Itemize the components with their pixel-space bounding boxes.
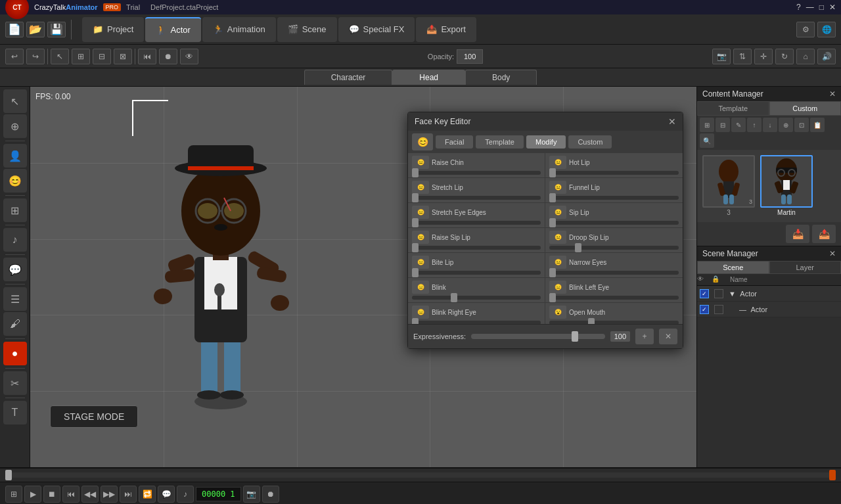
fke-handle-stretch-eye-edges[interactable] xyxy=(412,218,419,227)
close-button[interactable]: ✕ xyxy=(829,3,836,12)
tab-scene[interactable]: 🎬 Scene xyxy=(277,17,337,42)
fke-track-droop-sip-lip[interactable] xyxy=(549,246,679,250)
cm-tool-1[interactable]: ⊞ xyxy=(700,118,714,132)
rotate-button[interactable]: ↻ xyxy=(775,49,794,64)
camera-button[interactable]: 📷 xyxy=(712,49,731,64)
fke-tab-template[interactable]: Template xyxy=(476,135,524,149)
cm-thumb-1[interactable]: 3 xyxy=(702,155,755,208)
timeline-play-head[interactable] xyxy=(5,470,12,480)
fke-track-blink-left-eye[interactable] xyxy=(549,296,679,300)
sm-row-actor[interactable]: ✓ ▼ Actor xyxy=(697,286,841,302)
fke-tab-custom[interactable]: Custom xyxy=(568,135,612,149)
cm-tool-3[interactable]: ✎ xyxy=(731,118,746,132)
sm-eye-actor-child[interactable]: ✓ xyxy=(697,305,712,314)
cm-import-btn[interactable]: 📥 xyxy=(786,225,809,243)
sm-checkbox-actor[interactable]: ✓ xyxy=(700,289,709,298)
opacity-input[interactable] xyxy=(457,49,483,64)
fke-track-narrow-eyes[interactable] xyxy=(549,271,679,275)
tl-loop-btn[interactable]: 🔁 xyxy=(139,486,156,503)
cm-tool-4[interactable]: ↑ xyxy=(747,118,761,132)
fke-track-blink[interactable] xyxy=(412,296,541,300)
tl-record-btn[interactable]: ⏺ xyxy=(262,486,279,503)
select3-button[interactable]: ⊠ xyxy=(114,49,132,64)
sidebar-text-btn[interactable]: T xyxy=(3,401,27,424)
sm-checkbox-actor-child[interactable]: ✓ xyxy=(700,305,709,314)
subtab-character[interactable]: Character xyxy=(304,70,393,85)
save-button[interactable]: 💾 xyxy=(47,22,66,37)
sm-row-actor-child[interactable]: ✓ — Actor xyxy=(697,302,841,317)
record-button[interactable]: ⏺ xyxy=(159,49,177,64)
cm-thumb-martin[interactable] xyxy=(760,155,813,208)
fke-track-raise-sip-lip[interactable] xyxy=(412,246,541,250)
tab-project[interactable]: 📁 Project xyxy=(82,17,144,42)
audio-button[interactable]: 🔊 xyxy=(817,49,836,64)
minimize-button[interactable]: — xyxy=(806,3,814,12)
timeline-scrubber[interactable] xyxy=(0,469,841,482)
select-button[interactable]: ↖ xyxy=(51,49,69,64)
sidebar-grid-btn[interactable]: ⊞ xyxy=(3,198,27,222)
sidebar-chat-btn[interactable]: 💬 xyxy=(3,258,27,281)
new-button[interactable]: 📄 xyxy=(5,22,24,37)
sm-lock-actor[interactable] xyxy=(712,289,726,298)
maximize-button[interactable]: □ xyxy=(819,3,824,12)
fke-close-button[interactable]: ✕ xyxy=(668,116,676,127)
sidebar-cut-btn[interactable]: ✂ xyxy=(3,371,27,395)
fke-handle-raise-chin[interactable] xyxy=(412,168,419,177)
tl-new-btn[interactable]: ⊞ xyxy=(5,486,22,503)
fke-track-sip-lip[interactable] xyxy=(549,221,679,225)
fke-handle-blink-left-eye[interactable] xyxy=(549,293,556,302)
fke-handle-sip-lip[interactable] xyxy=(549,218,556,227)
sidebar-face-btn[interactable]: 😊 xyxy=(3,169,27,193)
sidebar-music-btn[interactable]: ♪ xyxy=(3,228,27,252)
fke-track-stretch-eye-edges[interactable] xyxy=(412,221,541,225)
cm-item-martin[interactable]: Martin xyxy=(760,155,813,217)
tab-export[interactable]: 📤 Export xyxy=(416,17,476,42)
fke-handle-funnel-lip[interactable] xyxy=(549,193,556,202)
sm-eye-actor[interactable]: ✓ xyxy=(697,289,712,298)
cm-tab-template[interactable]: Template xyxy=(697,101,769,116)
cm-item-1[interactable]: 3 3 xyxy=(702,155,755,217)
fke-add-btn[interactable]: + xyxy=(635,329,654,344)
help-button[interactable]: ? xyxy=(796,3,801,12)
open-button[interactable]: 📂 xyxy=(26,22,45,37)
tl-play-btn[interactable]: ▶ xyxy=(24,486,41,503)
fke-delete-btn[interactable]: ✕ xyxy=(659,329,677,344)
sidebar-select-btn[interactable]: ↖ xyxy=(3,89,27,113)
fke-handle-droop-sip-lip[interactable] xyxy=(575,243,581,252)
prev-key-button[interactable]: ⏮ xyxy=(138,49,156,64)
actor-expand-icon[interactable]: ▼ xyxy=(729,290,736,298)
fke-track-hot-lip[interactable] xyxy=(549,171,679,175)
fke-handle-blink-right-eye[interactable] xyxy=(412,318,419,324)
sm-lockbox-actor-child[interactable] xyxy=(714,305,723,314)
expressiveness-bar[interactable] xyxy=(471,334,605,339)
cm-tool-9[interactable]: 🔍 xyxy=(700,133,714,148)
fke-tab-facial[interactable]: Facial xyxy=(436,135,473,149)
timeline-end-marker[interactable] xyxy=(829,470,836,480)
fke-handle-raise-sip-lip[interactable] xyxy=(412,243,419,252)
eye-button[interactable]: 👁 xyxy=(180,49,198,64)
fke-track-bite-lip[interactable] xyxy=(412,271,541,275)
select2-button[interactable]: ⊟ xyxy=(93,49,111,64)
cm-tool-7[interactable]: ⊡ xyxy=(794,118,809,132)
tl-rewind-btn[interactable]: ◀◀ xyxy=(81,486,99,503)
subtab-head[interactable]: Head xyxy=(392,70,465,85)
fke-track-open-mouth[interactable] xyxy=(549,321,679,324)
tab-actor[interactable]: 🚶 Actor xyxy=(145,17,200,42)
sidebar-person-btn[interactable]: 👤 xyxy=(3,144,27,168)
fke-handle-blink[interactable] xyxy=(451,293,457,302)
cm-tool-6[interactable]: ⊕ xyxy=(779,118,793,132)
tl-audio-btn[interactable]: ♪ xyxy=(177,486,194,503)
window-controls[interactable]: ? — □ ✕ xyxy=(796,3,836,12)
fke-track-raise-chin[interactable] xyxy=(412,171,541,175)
tab-animation[interactable]: 🏃 Animation xyxy=(202,17,276,42)
fke-handle-open-mouth[interactable] xyxy=(588,318,595,324)
tab-special-fx[interactable]: 💬 Special FX xyxy=(338,17,415,42)
subtab-body[interactable]: Body xyxy=(465,70,537,85)
fke-handle-bite-lip[interactable] xyxy=(412,268,419,277)
sm-lockbox-actor[interactable] xyxy=(714,289,723,298)
sm-lock-actor-child[interactable] xyxy=(712,305,726,314)
tl-stop-btn[interactable]: ⏹ xyxy=(43,486,60,503)
tl-next-btn[interactable]: ⏭ xyxy=(120,486,137,503)
cm-close-icon[interactable]: ✕ xyxy=(829,89,836,99)
fke-handle-narrow-eyes[interactable] xyxy=(549,268,556,277)
